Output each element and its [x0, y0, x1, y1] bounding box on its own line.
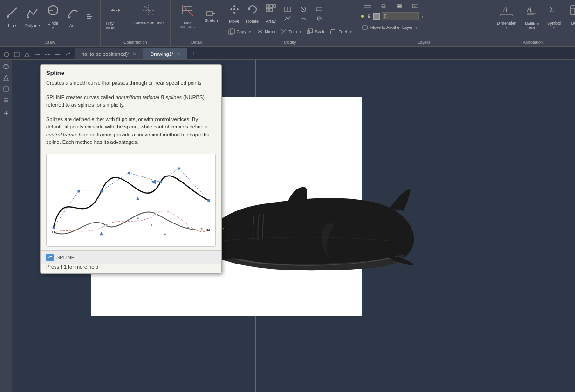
- trim-button[interactable]: Trim ▼: [279, 27, 304, 36]
- symbol-button[interactable]: Σ Symbol ▼: [544, 2, 564, 32]
- svg-marker-22: [233, 12, 236, 14]
- icon-btn-5[interactable]: [296, 14, 311, 23]
- scale-button[interactable]: Scale: [305, 27, 327, 36]
- ray-mode-icon: [109, 4, 122, 20]
- svg-marker-100: [99, 232, 103, 235]
- layer-icon-4[interactable]: +: [408, 2, 423, 10]
- svg-point-76: [48, 54, 50, 55]
- svg-point-103: [164, 233, 166, 235]
- icon-btn-4[interactable]: [280, 14, 295, 23]
- nav-icon-6[interactable]: [53, 50, 62, 59]
- mirror-icon: [257, 28, 263, 35]
- tab-0-close[interactable]: ✕: [132, 51, 136, 56]
- multiline-text-button[interactable]: A Multiline Text: [522, 2, 541, 32]
- construction-lines-button[interactable]: Construction Lines: [130, 2, 167, 27]
- stretch-button[interactable]: Stretch: [203, 9, 219, 24]
- nav-icon-1[interactable]: [2, 50, 11, 59]
- svg-rect-31: [270, 8, 273, 11]
- circle-button[interactable]: Circle ▼: [44, 2, 62, 32]
- sidebar-btn-1[interactable]: [1, 61, 11, 72]
- icon-btn-3[interactable]: [312, 5, 327, 14]
- svg-text:A: A: [527, 5, 532, 13]
- array-button[interactable]: Array: [262, 2, 279, 26]
- svg-marker-23: [230, 8, 232, 11]
- sidebar-btn-4[interactable]: [1, 95, 11, 105]
- sidebar-btn-5[interactable]: [1, 108, 11, 118]
- layer-icon-2[interactable]: [376, 2, 391, 10]
- tooltip-body-2: Splines are defined either with fit poin…: [41, 115, 221, 150]
- layers-group: + 0 ▼ Move to Another Layer: [357, 0, 491, 46]
- circle-label: Circle: [48, 21, 58, 26]
- trim-label: Trim: [289, 29, 297, 34]
- copy-button[interactable]: Copy ▼: [226, 27, 254, 36]
- multiline-text-label: Multiline Text: [525, 21, 539, 30]
- svg-rect-33: [288, 7, 291, 12]
- polyline-button[interactable]: Polyline: [22, 4, 43, 30]
- move-button[interactable]: Move: [226, 2, 243, 26]
- tooltip-title: Spline: [41, 65, 221, 79]
- svg-rect-46: [364, 5, 371, 6]
- left-sidebar: ▶: [0, 60, 12, 392]
- bom-button[interactable]: BOM ▼: [567, 2, 575, 32]
- line-icon: [6, 6, 19, 22]
- icon-btn-1[interactable]: [280, 5, 295, 14]
- svg-rect-90: [128, 172, 130, 174]
- nav-icon-2[interactable]: [12, 50, 21, 59]
- ray-mode-button[interactable]: Ray Mode: [103, 2, 128, 32]
- svg-marker-21: [233, 5, 236, 7]
- nav-icon-5[interactable]: [43, 50, 52, 59]
- svg-line-35: [302, 8, 304, 10]
- tab-1-close[interactable]: ✕: [177, 51, 180, 56]
- tab-add-button[interactable]: +: [187, 48, 200, 59]
- sidebar-btn-3[interactable]: [1, 84, 11, 94]
- nurbs-text: nonuniform rational B-splines: [116, 95, 182, 100]
- circle-dropdown-arrow[interactable]: ▼: [51, 27, 55, 30]
- layer-icon-3[interactable]: [392, 2, 407, 10]
- nav-icon-3[interactable]: [22, 50, 32, 59]
- spline-footer-icon: [46, 254, 54, 261]
- fillet-button[interactable]: Fillet ▼: [328, 27, 354, 36]
- construction-lines-label: Construction Lines: [133, 21, 164, 25]
- svg-rect-18: [207, 12, 212, 15]
- svg-rect-47: [364, 7, 371, 8]
- arc-button[interactable]: Arc: [63, 4, 82, 30]
- nav-icon-4[interactable]: [33, 50, 42, 59]
- layer-input[interactable]: 0: [382, 12, 419, 20]
- layer-icon-1[interactable]: [360, 2, 375, 10]
- svg-text:A: A: [502, 6, 507, 14]
- move-layer-icon: [362, 24, 369, 31]
- move-to-layer-button[interactable]: Move to Another Layer ▼: [360, 23, 420, 32]
- tab-0-label: nal to be positioned)*: [82, 51, 130, 57]
- svg-rect-95: [53, 231, 55, 233]
- tab-0[interactable]: nal to be positioned)* ✕: [75, 48, 143, 59]
- icon-btn-6[interactable]: [312, 14, 327, 23]
- nav-icon-7[interactable]: [63, 50, 73, 59]
- circle-icon: [47, 4, 60, 20]
- svg-rect-92: [178, 167, 180, 169]
- svg-point-25: [233, 8, 235, 10]
- svg-point-79: [4, 64, 8, 69]
- rotate-button[interactable]: Rotate: [244, 2, 262, 26]
- svg-rect-7: [87, 16, 92, 17]
- hide-situation-button[interactable]: Hide Situation: [173, 2, 202, 31]
- control-frame-text: control frame: [46, 132, 76, 137]
- svg-rect-32: [284, 7, 287, 12]
- layer-dropdown-arrow[interactable]: ▼: [421, 15, 424, 18]
- sidebar-btn-2[interactable]: [1, 73, 11, 83]
- spline-footer-label: SPLINE: [56, 255, 75, 260]
- fillet-label: Fillet: [338, 29, 347, 34]
- line-button[interactable]: Line: [3, 4, 21, 30]
- layer-color-swatch[interactable]: [373, 13, 380, 20]
- svg-point-104: [187, 226, 189, 228]
- more-draw-button[interactable]: [83, 12, 98, 21]
- svg-marker-74: [38, 54, 40, 55]
- array-icon: [265, 4, 276, 18]
- mirror-button[interactable]: Mirror: [255, 27, 278, 36]
- svg-marker-10: [118, 9, 120, 12]
- tab-1[interactable]: Drawing1* ✕: [143, 48, 187, 59]
- dimension-icon: A: [500, 4, 513, 20]
- copy-label: Copy: [237, 29, 246, 34]
- dimension-button[interactable]: A Dimension ▼: [494, 2, 520, 32]
- icon-btn-2[interactable]: [296, 5, 311, 14]
- main-toolbar: Line Polyline: [0, 0, 575, 47]
